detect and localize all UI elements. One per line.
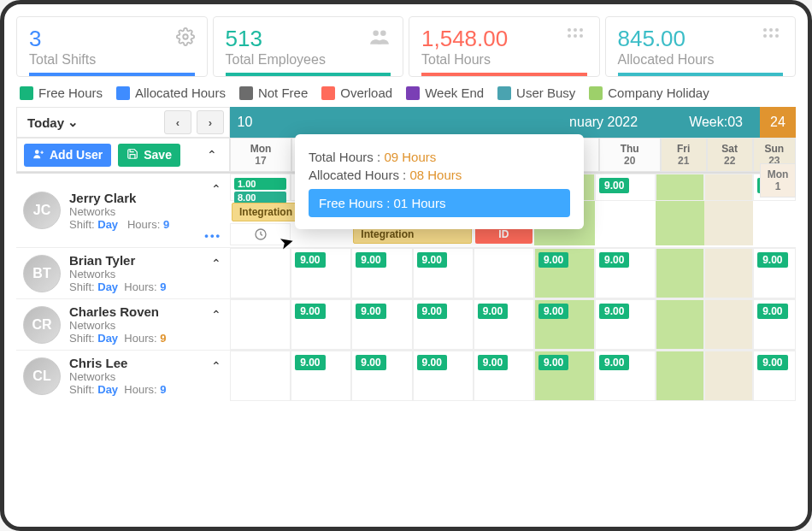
- tooltip-total-label: Total Hours :: [309, 150, 384, 164]
- hours-badge: 9.00: [538, 252, 568, 268]
- summary-employees-label: Total Employees: [226, 52, 391, 68]
- hours-badge: 9.00: [295, 252, 325, 268]
- employee-schedule-row: 9.00 9.00 9.00 9.00 9.00 9.00 9.00: [230, 351, 796, 401]
- day-header-fri21b[interactable]: Fri21: [661, 138, 707, 172]
- avatar: CL: [23, 357, 61, 395]
- hours-badge: 9.00: [599, 304, 629, 319]
- tooltip-total-value: 09 Hours: [384, 150, 436, 164]
- hours-badge: 9.00: [757, 252, 787, 268]
- employee-dept: Networks: [69, 370, 167, 383]
- week-label: Week:03: [689, 115, 743, 130]
- collapse-row-button[interactable]: ⌃: [211, 257, 221, 270]
- avatar: JC: [23, 192, 61, 229]
- save-icon: [127, 148, 138, 162]
- svg-point-15: [35, 150, 39, 154]
- avatar: CR: [23, 306, 61, 344]
- hours-badge: 9.00: [478, 355, 508, 370]
- day-header-mon1-dow: Mon: [768, 168, 789, 180]
- avatar: BT: [23, 255, 61, 292]
- add-user-button[interactable]: Add User: [24, 144, 111, 167]
- month-header[interactable]: nuary 2022 Week:03: [260, 107, 760, 138]
- svg-point-3: [568, 28, 571, 32]
- summary-employees-value: 513: [226, 26, 391, 52]
- day-header-sat22[interactable]: Sat22: [707, 138, 753, 172]
- tooltip-free-value: 01 Hours: [394, 196, 446, 210]
- hours-badge: 9.00: [417, 252, 447, 268]
- hours-badge: 9.00: [417, 304, 447, 319]
- collapse-row-button[interactable]: ⌃: [211, 359, 221, 373]
- hours-badge: 9.00: [757, 355, 787, 370]
- summary-allocated-label: Allocated Hours: [618, 52, 784, 68]
- grid-icon: [762, 27, 783, 45]
- legend-allocated: Allocated Hours: [135, 86, 226, 100]
- prev-button[interactable]: ‹: [164, 110, 191, 134]
- grid-icon: [567, 27, 587, 45]
- user-plus-icon: [32, 148, 44, 162]
- summary-allocated-value: 845.00: [618, 26, 784, 52]
- employee-name: Jerry Clark: [69, 191, 169, 205]
- day-header-mon1-num: 1: [775, 180, 781, 192]
- legend-holiday: Company Holiday: [608, 86, 709, 100]
- hours-badge: 9.00: [538, 355, 568, 370]
- svg-point-9: [763, 28, 767, 32]
- hours-badge: 9.00: [356, 355, 385, 370]
- hours-badge: 9.00: [599, 252, 629, 268]
- hours-badge: 9.00: [295, 304, 325, 319]
- summary-card-employees: 513 Total Employees: [213, 16, 404, 77]
- hours-badge: 9.00: [757, 304, 787, 319]
- hours-badge: 9.00: [599, 178, 629, 193]
- prev-week-day[interactable]: 10: [230, 107, 260, 138]
- employee-schedule-row: 9.00 9.00 9.00 9.00 9.00 9.00: [230, 248, 796, 298]
- svg-point-14: [775, 34, 779, 38]
- save-button[interactable]: Save: [118, 144, 180, 167]
- employee-schedule-row: 9.00 9.00 9.00 9.00 9.00 9.00 9.00: [230, 299, 796, 350]
- summary-hours-value: 1,548.00: [421, 26, 587, 52]
- day-header-thu20b[interactable]: Thu20: [599, 138, 661, 172]
- hours-badge: 9.00: [417, 355, 447, 370]
- chip-free-hours: 1.00: [234, 178, 286, 190]
- month-label: nuary 2022: [569, 115, 638, 130]
- svg-point-6: [568, 34, 571, 38]
- today-button[interactable]: Today ⌄: [22, 111, 84, 133]
- svg-point-8: [580, 34, 583, 38]
- legend-notfree: Not Free: [258, 86, 308, 100]
- save-label: Save: [144, 148, 172, 162]
- next-button[interactable]: ›: [197, 110, 224, 134]
- more-menu-icon[interactable]: •••: [204, 229, 221, 242]
- hours-badge: 9.00: [356, 252, 385, 268]
- hours-badge: 9.00: [478, 304, 508, 319]
- employee-dept: Networks: [69, 268, 167, 280]
- svg-point-11: [775, 28, 779, 32]
- day-header-mon17[interactable]: Mon17: [230, 138, 291, 172]
- employee-name: Brian Tyler: [69, 253, 167, 268]
- svg-point-2: [380, 30, 386, 36]
- gear-icon[interactable]: [176, 27, 195, 49]
- hours-badge: 9.00: [356, 304, 385, 319]
- collapse-all-button[interactable]: ⌃: [202, 148, 222, 162]
- employee-dept: Networks: [69, 205, 169, 218]
- svg-point-1: [373, 30, 379, 36]
- svg-point-4: [574, 28, 577, 32]
- hover-tooltip: Total Hours : 09 Hours Allocated Hours :…: [295, 134, 584, 229]
- tooltip-free-label: Free Hours :: [319, 196, 394, 210]
- tooltip-alloc-value: 08 Hours: [409, 168, 462, 182]
- svg-point-7: [574, 34, 577, 38]
- legend-free: Free Hours: [38, 86, 103, 100]
- employee-name: Charles Roven: [69, 304, 167, 319]
- svg-point-13: [769, 34, 773, 38]
- summary-card-allocated: 845.00 Allocated Hours: [605, 16, 797, 77]
- svg-point-5: [580, 28, 583, 32]
- summary-shifts-value: 3: [29, 26, 195, 52]
- next-week-day[interactable]: 24: [760, 107, 796, 138]
- cell-mon17[interactable]: 1.00 8.00: [230, 174, 291, 201]
- summary-card-shifts: 3 Total Shifts: [16, 16, 208, 77]
- summary-hours-label: Total Hours: [421, 52, 587, 68]
- svg-point-10: [769, 28, 773, 32]
- add-user-label: Add User: [50, 148, 103, 162]
- today-label: Today: [27, 115, 64, 130]
- legend: Free Hours Allocated Hours Not Free Over…: [16, 77, 796, 107]
- hours-badge: 9.00: [295, 355, 325, 370]
- collapse-row-button[interactable]: ⌃: [211, 182, 221, 196]
- users-icon: [368, 27, 391, 49]
- collapse-row-button[interactable]: ⌃: [211, 308, 221, 322]
